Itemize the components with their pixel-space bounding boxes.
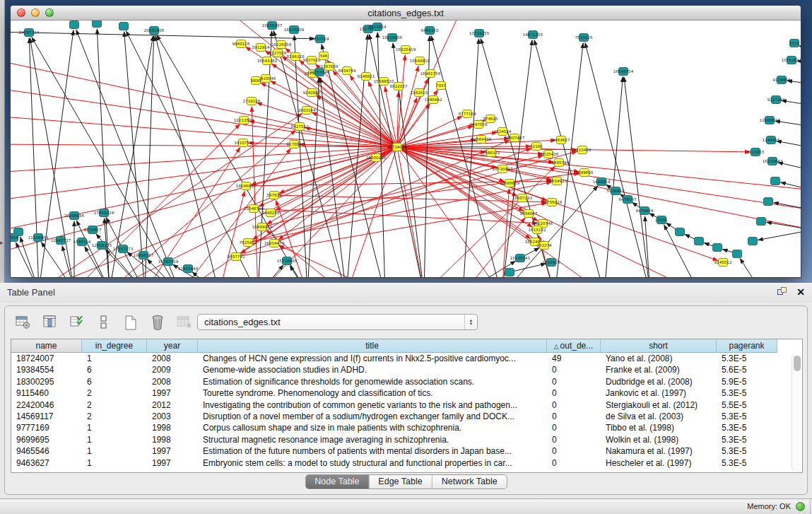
graph-node-teal[interactable]: 17359924: [94, 209, 114, 217]
graph-node-yellow[interactable]: 587833: [266, 192, 282, 199]
graph-node-yellow[interactable]: 19756928: [542, 199, 563, 206]
graph-node-teal[interactable]: [93, 21, 102, 28]
graph-node-teal[interactable]: [695, 238, 704, 245]
table-selector-combobox[interactable]: citations_edges.txt ▲▼: [197, 314, 478, 330]
graph-node-teal[interactable]: 15718485: [277, 257, 298, 265]
graph-node-teal[interactable]: 12923448: [178, 265, 199, 273]
graph-node-teal[interactable]: 1733426: [543, 259, 560, 267]
graph-node-teal[interactable]: [748, 238, 758, 245]
citation-edge-red[interactable]: [274, 140, 510, 243]
graph-node-yellow[interactable]: 18807293: [512, 194, 533, 202]
graph-node-yellow[interactable]: 9497568: [470, 121, 488, 129]
graph-node-teal[interactable]: [505, 269, 514, 276]
graph-node-teal[interactable]: 12505135: [92, 242, 112, 250]
graph-node-yellow[interactable]: 18300295: [366, 154, 387, 162]
graph-node-yellow[interactable]: 9857791: [228, 253, 245, 261]
graph-node-yellow[interactable]: 1615132: [529, 226, 546, 234]
citation-edge-black[interactable]: [62, 246, 74, 277]
merge-rows-icon[interactable]: [94, 313, 113, 332]
graph-node-teal[interactable]: [713, 244, 722, 252]
graph-node-yellow[interactable]: 16961758: [420, 70, 441, 78]
graph-node-yellow[interactable]: 9699695: [576, 169, 594, 177]
graph-node-teal[interactable]: 19958167: [134, 252, 154, 259]
citation-edge-red[interactable]: [317, 95, 397, 147]
table-settings-icon[interactable]: [13, 313, 33, 332]
graph-node-teal[interactable]: 1244415: [763, 136, 780, 144]
tab-node-table[interactable]: Node Table: [305, 475, 369, 489]
graph-node-yellow[interactable]: 1990442: [425, 96, 442, 104]
graph-node-yellow[interactable]: 1810755: [235, 139, 252, 147]
side-splitter[interactable]: ▸: [0, 0, 5, 283]
graph-node-yellow[interactable]: 546: [319, 52, 329, 60]
graph-node-yellow[interactable]: 16409949: [252, 223, 273, 231]
citation-edge-black[interactable]: [799, 46, 801, 52]
citation-edge-red[interactable]: [74, 124, 240, 277]
table-row[interactable]: 946362711997Embryonic stem cells: a mode…: [11, 457, 802, 469]
citation-edge-red[interactable]: [11, 147, 397, 173]
table-row[interactable]: 969969511998Structural magnetic resonanc…: [11, 434, 802, 445]
citation-edge-red[interactable]: [463, 218, 525, 277]
window-titlebar[interactable]: citations_edges.txt: [11, 6, 801, 21]
graph-node-teal[interactable]: 10655287: [262, 22, 283, 30]
citation-edge-black[interactable]: [758, 230, 801, 240]
column-header-out_de[interactable]: △out_de...: [547, 339, 601, 353]
table-row[interactable]: 911546021997Tourette syndrome. Phenomeno…: [11, 387, 802, 399]
table-row[interactable]: 1872400712008Changes of HCN gene express…: [11, 353, 802, 364]
graph-node-teal[interactable]: 7857224: [312, 35, 329, 43]
citation-edge-red[interactable]: [11, 116, 397, 147]
graph-node-teal[interactable]: 6479197: [619, 196, 637, 204]
graph-node-teal[interactable]: [764, 198, 773, 206]
citation-edge-black[interactable]: [510, 264, 546, 272]
tab-network-table[interactable]: Network Table: [433, 475, 507, 489]
graph-node-teal[interactable]: 9129966: [773, 76, 791, 84]
citation-edge-black[interactable]: [11, 32, 314, 39]
graph-node-teal[interactable]: 16648754: [613, 68, 634, 76]
citation-edge-red[interactable]: [276, 201, 307, 277]
graph-node-yellow[interactable]: 9890: [251, 77, 261, 85]
citation-edge-black[interactable]: [126, 31, 258, 277]
citation-edge-red[interactable]: [257, 103, 397, 147]
memory-ok-indicator-icon[interactable]: [796, 502, 805, 511]
graph-node-yellow[interactable]: 10688609: [500, 180, 520, 187]
table-row[interactable]: 1456911722003Disruption of a novel membe…: [11, 411, 802, 422]
graph-node-teal[interactable]: 19218906: [382, 34, 403, 42]
graph-node-teal[interactable]: 24055724: [19, 29, 40, 37]
table-panel-header[interactable]: Table Panel ✕: [0, 283, 812, 303]
tab-edge-table[interactable]: Edge Table: [369, 475, 432, 489]
delete-table-icon[interactable]: [148, 313, 167, 332]
citation-edge-red[interactable]: [397, 147, 700, 277]
graph-node-teal[interactable]: 16782759: [158, 258, 179, 266]
graph-node-yellow[interactable]: 9684067: [520, 210, 538, 218]
citation-edge-red[interactable]: [274, 195, 546, 202]
graph-node-yellow[interactable]: 16543382: [257, 57, 277, 65]
graph-node-teal[interactable]: 3919: [11, 234, 19, 242]
column-header-in_degree[interactable]: in_degree: [82, 339, 147, 353]
graph-node-yellow[interactable]: 15046766: [244, 205, 264, 213]
graph-node-yellow[interactable]: 10025438: [539, 151, 559, 158]
graph-node-teal[interactable]: 8115955: [747, 148, 765, 156]
graph-node-yellow[interactable]: 18226058: [271, 41, 292, 49]
graph-node-yellow[interactable]: 9463627: [553, 136, 570, 144]
graph-node-yellow[interactable]: 8427552: [291, 123, 309, 131]
table-row[interactable]: 1938455462009Genome-wide association stu…: [11, 364, 802, 375]
graph-node-yellow[interactable]: 9245012: [714, 259, 732, 267]
graph-node-teal[interactable]: [70, 21, 79, 29]
float-panel-icon[interactable]: [777, 287, 788, 297]
graph-node-teal[interactable]: 20691406: [144, 27, 165, 35]
graph-node-teal[interactable]: 1545194: [73, 238, 91, 246]
graph-node-yellow[interactable]: 9146821: [358, 73, 375, 81]
citation-edge-black[interactable]: [145, 36, 154, 277]
close-panel-icon[interactable]: ✕: [796, 286, 805, 298]
graph-node-teal[interactable]: 5938923: [607, 187, 625, 195]
graph-node-teal[interactable]: 1440954: [593, 178, 611, 186]
table-row[interactable]: 977716911998Corpus callosum shape and si…: [11, 422, 802, 433]
graph-node-yellow[interactable]: 2718126: [243, 98, 261, 105]
graph-node-teal[interactable]: 9227343: [767, 96, 785, 104]
graph-node-teal[interactable]: 7515526: [575, 34, 593, 42]
graph-node-yellow[interactable]: 8454749: [339, 67, 356, 75]
graph-node-teal[interactable]: 12093822: [760, 117, 779, 124]
graph-node-yellow[interactable]: 7625402: [240, 239, 257, 247]
graph-node-teal[interactable]: [119, 23, 129, 30]
table-row[interactable]: 2242004622012Investigating the contribut…: [11, 399, 802, 411]
graph-node-yellow[interactable]: 9115460: [574, 146, 592, 154]
